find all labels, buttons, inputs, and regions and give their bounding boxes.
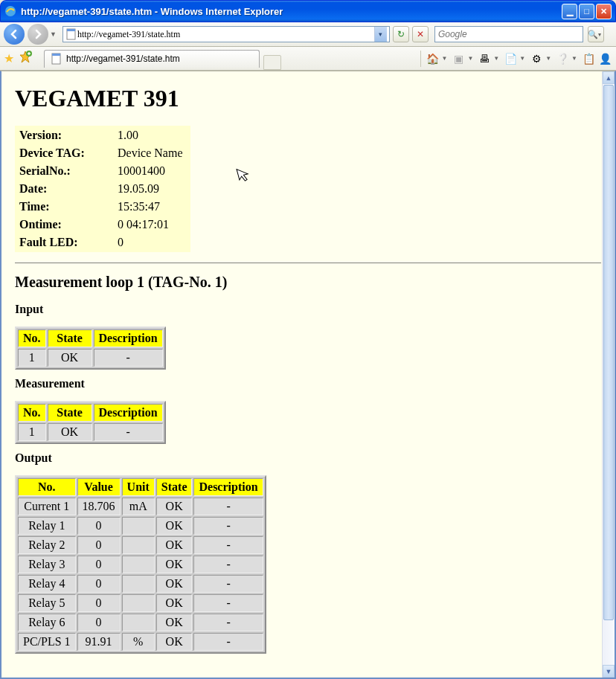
window-titlebar: http://vegamet-391/state.htm - Windows I… <box>0 0 616 22</box>
browser-tab[interactable]: http://vegamet-391/state.htm <box>44 50 260 68</box>
col-desc: Description <box>94 404 163 422</box>
value: 15:35:47 <box>115 199 189 215</box>
cell-no: Relay 6 <box>18 614 76 631</box>
navigation-toolbar: ▼ ▾ ↻ ✕ 🔍▾ <box>0 22 616 47</box>
section-label-measurement: Measurement <box>15 377 601 390</box>
search-dropdown[interactable]: ▾ <box>598 31 601 38</box>
label: Fault LED: <box>16 234 113 251</box>
table-row: Relay 10OK- <box>18 517 263 535</box>
arrow-right-icon <box>33 29 43 39</box>
minimize-button[interactable]: ▁ <box>562 4 577 19</box>
address-input[interactable] <box>77 29 374 40</box>
window-title: http://vegamet-391/state.htm - Windows I… <box>21 6 562 17</box>
cell-desc: - <box>193 594 263 612</box>
maximize-button[interactable]: □ <box>579 4 594 19</box>
tools-dropdown[interactable]: ▼ <box>545 55 551 62</box>
table-row: Relay 40OK- <box>18 575 263 593</box>
page-dropdown[interactable]: ▼ <box>519 55 525 62</box>
forward-button[interactable] <box>28 24 48 45</box>
cell-no: Relay 3 <box>18 556 76 573</box>
stop-button[interactable]: ✕ <box>412 26 429 42</box>
feeds-dropdown[interactable]: ▼ <box>467 55 473 62</box>
cell-state: OK <box>48 349 92 367</box>
research-icon[interactable]: 📋 <box>581 51 596 66</box>
cell-desc: - <box>193 536 263 554</box>
info-row-tag: Device TAG:Device Name <box>16 145 189 161</box>
cell-state: OK <box>156 594 193 612</box>
add-favorite-icon[interactable] <box>19 51 32 67</box>
cell-value: 0 <box>77 575 121 593</box>
cell-value: 0 <box>77 614 121 631</box>
col-no: No. <box>18 478 76 496</box>
refresh-button[interactable]: ↻ <box>393 26 409 42</box>
new-tab-button[interactable] <box>263 55 281 70</box>
label: Ontime: <box>16 216 113 233</box>
value: 0 <box>115 234 189 251</box>
col-no: No. <box>18 329 46 347</box>
print-dropdown[interactable]: ▼ <box>493 55 499 62</box>
print-icon[interactable]: 🖶 <box>477 51 492 66</box>
address-dropdown[interactable]: ▾ <box>374 27 387 42</box>
col-state: State <box>48 329 92 347</box>
address-bar[interactable]: ▾ <box>62 26 390 42</box>
help-dropdown[interactable]: ▼ <box>571 55 577 62</box>
value: 1.00 <box>115 127 189 144</box>
section-label-output: Output <box>15 451 601 465</box>
info-row-date: Date:19.05.09 <box>16 181 189 197</box>
info-row-time: Time:15:35:47 <box>16 199 189 215</box>
cell-desc: - <box>193 556 263 573</box>
cell-no: Relay 4 <box>18 575 76 593</box>
home-icon[interactable]: 🏠 <box>425 51 440 66</box>
home-dropdown[interactable]: ▼ <box>441 55 447 62</box>
scroll-down-arrow[interactable]: ▼ <box>603 665 615 678</box>
cell-unit <box>122 575 155 593</box>
col-desc: Description <box>94 329 163 347</box>
table-row: Relay 30OK- <box>18 556 263 573</box>
info-row-serial: SerialNo.:10001400 <box>16 163 189 179</box>
page-icon <box>65 28 77 40</box>
table-header-row: No. State Description <box>18 329 163 347</box>
cell-state: OK <box>156 498 193 515</box>
table-row: Relay 60OK- <box>18 614 263 631</box>
help-icon[interactable]: ❔ <box>555 51 570 66</box>
separator <box>420 51 421 67</box>
cell-state: OK <box>48 423 92 441</box>
page-menu-icon[interactable]: 📄 <box>503 51 518 66</box>
search-button[interactable]: 🔍▾ <box>588 26 604 42</box>
ie-logo-icon <box>4 5 16 17</box>
search-input[interactable] <box>435 29 583 39</box>
table-row: Relay 50OK- <box>18 594 263 612</box>
feeds-icon[interactable]: ▣ <box>451 51 466 66</box>
cell-desc: - <box>193 614 263 631</box>
cell-value: 0 <box>77 594 121 612</box>
cell-value: 0 <box>77 517 121 535</box>
cell-no: 1 <box>18 423 46 441</box>
close-button[interactable]: ✕ <box>596 4 612 19</box>
refresh-icon: ↻ <box>397 29 405 39</box>
col-state: State <box>156 478 193 496</box>
section-label-input: Input <box>15 303 601 316</box>
search-box[interactable] <box>434 26 583 42</box>
vertical-scrollbar[interactable]: ▲ ▼ <box>602 71 615 678</box>
cell-state: OK <box>156 536 193 554</box>
page-content: VEGAMET 391 Version:1.00 Device TAG:Devi… <box>1 71 615 678</box>
cell-no: PC/PLS 1 <box>18 633 76 651</box>
cell-no: Current 1 <box>18 498 76 515</box>
messenger-icon[interactable]: 👤 <box>597 51 612 66</box>
back-button[interactable] <box>4 24 25 45</box>
magnifier-icon: 🔍 <box>588 30 598 39</box>
cell-desc: - <box>193 498 263 515</box>
nav-history-dropdown[interactable]: ▼ <box>50 30 57 38</box>
scroll-thumb[interactable] <box>603 85 614 620</box>
device-info-table: Version:1.00 Device TAG:Device Name Seri… <box>15 126 190 252</box>
favorites-star-icon[interactable]: ★ <box>4 51 14 65</box>
tools-icon[interactable]: ⚙ <box>529 51 544 66</box>
cell-unit <box>122 556 155 573</box>
cell-unit <box>122 536 155 554</box>
value: 0 04:17:01 <box>115 216 189 233</box>
scroll-up-arrow[interactable]: ▲ <box>603 71 615 84</box>
cell-state: OK <box>156 633 193 651</box>
table-row: 1 OK - <box>18 349 163 367</box>
table-row: PC/PLS 191.91%OK- <box>18 633 263 651</box>
value: 19.05.09 <box>115 181 189 197</box>
